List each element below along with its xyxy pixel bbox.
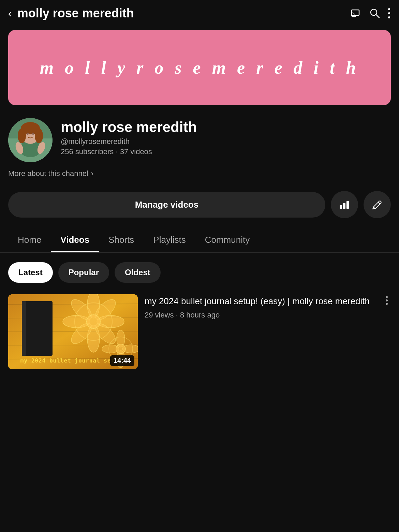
banner-text: m o l l y r o s e m e r e d i t h	[40, 58, 359, 78]
cast-icon[interactable]	[351, 8, 362, 19]
tab-videos[interactable]: Videos	[51, 228, 99, 252]
filter-oldest[interactable]: Oldest	[115, 262, 161, 283]
video-time-ago: 8 hours ago	[180, 311, 220, 319]
svg-text:my 2024 bullet journal setup!: my 2024 bullet journal setup!	[20, 357, 125, 364]
video-info: my 2024 bullet journal setup! (easy) | m…	[145, 294, 376, 320]
video-list: my 2024 bullet journal setup! 14:44 my 2…	[0, 291, 399, 376]
channel-details: molly rose meredith @mollyrosemeredith 2…	[61, 118, 391, 156]
svg-point-49	[386, 303, 388, 305]
bottom-spacer	[0, 376, 399, 397]
channel-tabs: Home Videos Shorts Playlists Community	[0, 228, 399, 253]
svg-point-4	[388, 12, 390, 14]
svg-point-3	[388, 8, 390, 10]
search-icon[interactable]	[369, 8, 381, 19]
svg-point-16	[27, 133, 29, 135]
edit-button[interactable]	[364, 191, 391, 218]
filter-popular[interactable]: Popular	[58, 262, 109, 283]
svg-point-15	[35, 128, 43, 143]
svg-rect-27	[22, 301, 53, 356]
channel-stats: 256 subscribers · 37 videos	[61, 147, 391, 156]
analytics-button[interactable]	[331, 191, 358, 218]
back-icon[interactable]: ‹	[8, 7, 12, 20]
more-options-icon[interactable]	[387, 8, 391, 19]
svg-point-5	[388, 16, 390, 18]
avatar[interactable]	[8, 118, 53, 162]
svg-rect-28	[22, 301, 26, 356]
more-vertical-icon	[385, 296, 388, 305]
svg-point-47	[386, 296, 388, 298]
tab-community[interactable]: Community	[195, 228, 259, 252]
more-about-link[interactable]: More about this channel ›	[0, 166, 399, 188]
tab-shorts[interactable]: Shorts	[99, 228, 144, 252]
video-thumbnail[interactable]: my 2024 bullet journal setup! 14:44	[8, 294, 138, 369]
svg-point-38	[87, 315, 100, 328]
video-meta: 29 views · 8 hours ago	[145, 311, 376, 320]
stats-separator: ·	[116, 147, 120, 156]
video-views: 29 views	[145, 311, 174, 319]
manage-section: Manage videos	[0, 188, 399, 228]
tab-home[interactable]: Home	[8, 228, 51, 252]
video-more-button[interactable]	[383, 294, 391, 309]
channel-info: molly rose meredith @mollyrosemeredith 2…	[0, 108, 399, 166]
chevron-right-icon: ›	[91, 169, 93, 178]
filter-pills: Latest Popular Oldest	[0, 253, 399, 291]
nav-icons	[351, 8, 391, 19]
channel-banner: m o l l y r o s e m e r e d i t h	[8, 30, 391, 105]
analytics-icon	[339, 200, 350, 209]
more-about-text: More about this channel	[8, 169, 88, 178]
svg-rect-18	[340, 205, 342, 209]
subscriber-count: 256 subscribers	[61, 147, 114, 156]
filter-latest[interactable]: Latest	[8, 262, 53, 283]
edit-icon	[372, 200, 382, 210]
svg-rect-20	[346, 201, 349, 209]
tab-playlists[interactable]: Playlists	[144, 228, 195, 252]
svg-rect-19	[343, 203, 345, 209]
manage-videos-button[interactable]: Manage videos	[8, 192, 325, 218]
avatar-image	[8, 118, 53, 162]
top-nav: ‹ molly rose meredith	[0, 0, 399, 27]
nav-channel-title: molly rose meredith	[17, 6, 345, 20]
svg-point-17	[32, 133, 34, 135]
video-count: 37 videos	[120, 147, 152, 156]
svg-point-14	[18, 128, 26, 143]
video-duration: 14:44	[110, 355, 134, 366]
svg-point-45	[116, 344, 125, 354]
video-meta-separator: ·	[176, 311, 180, 319]
channel-name: molly rose meredith	[61, 119, 391, 135]
channel-handle: @mollyrosemeredith	[61, 137, 391, 146]
video-title: my 2024 bullet journal setup! (easy) | m…	[145, 296, 376, 307]
svg-line-2	[376, 15, 379, 18]
svg-point-48	[386, 299, 388, 301]
list-item: my 2024 bullet journal setup! 14:44 my 2…	[0, 291, 399, 376]
